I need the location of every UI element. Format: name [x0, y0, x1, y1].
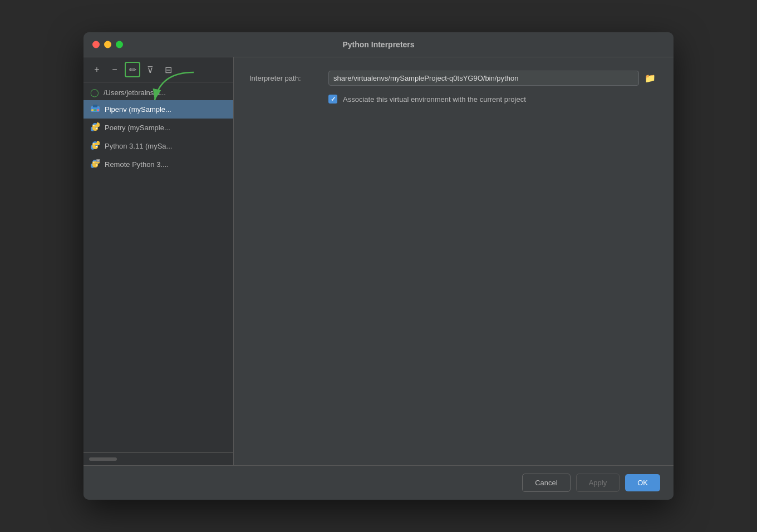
interpreter-list: ◯ /Users/jetbrains/a... Pipenv (mySamp — [83, 82, 233, 452]
svg-point-5 — [97, 109, 99, 111]
traffic-lights — [92, 41, 123, 48]
sidebar-scrollbar-area — [83, 452, 233, 465]
sidebar-item-pipenv[interactable]: Pipenv (mySample... — [83, 100, 233, 119]
svg-rect-2 — [93, 105, 97, 107]
sidebar-item-label: Python 3.11 (mySa... — [105, 142, 172, 150]
ok-button[interactable]: OK — [625, 474, 660, 491]
svg-point-9 — [96, 146, 97, 147]
sidebar-toolbar: + − ✏ ⊽ ⊟ — [83, 57, 233, 82]
dialog-title: Python Interpreters — [342, 40, 414, 49]
associate-checkbox-row: ✓ Associate this virtual environment wit… — [249, 95, 658, 104]
apply-button[interactable]: Apply — [576, 474, 620, 492]
svg-point-11 — [96, 165, 97, 166]
horizontal-scrollbar[interactable] — [89, 457, 117, 461]
svg-point-7 — [96, 128, 97, 129]
interpreter-path-row: Interpreter path: 📁 — [249, 71, 658, 86]
title-bar: Python Interpreters — [83, 32, 674, 57]
sidebar-item-label: Poetry (mySample... — [105, 124, 170, 132]
filter-icon: ⊽ — [147, 65, 154, 75]
filter-button[interactable]: ⊽ — [142, 62, 158, 77]
svg-point-6 — [94, 125, 95, 126]
dialog-footer: Cancel Apply OK — [83, 465, 674, 500]
tree-view-button[interactable]: ⊟ — [160, 62, 176, 77]
svg-point-4 — [94, 109, 96, 111]
plus-icon: + — [94, 65, 99, 75]
browse-folder-button[interactable]: 📁 — [642, 72, 658, 85]
sidebar-item-label: Remote Python 3.... — [105, 160, 169, 169]
interpreter-path-label: Interpreter path: — [249, 74, 322, 82]
tree-icon: ⊟ — [165, 65, 172, 75]
svg-rect-12 — [96, 159, 100, 162]
python-icon — [90, 140, 100, 152]
minimize-button[interactable] — [104, 41, 111, 48]
checkmark-icon: ✓ — [331, 96, 336, 103]
edit-interpreter-button[interactable]: ✏ — [125, 62, 140, 77]
svg-point-10 — [94, 162, 95, 163]
interpreter-path-input-wrapper: 📁 — [328, 71, 658, 86]
sidebar-item-remote[interactable]: Remote Python 3.... — [83, 155, 233, 174]
maximize-button[interactable] — [116, 41, 123, 48]
sidebar-item-jetbrains[interactable]: ◯ /Users/jetbrains/a... — [83, 85, 233, 100]
minus-icon: − — [112, 65, 117, 75]
svg-point-8 — [94, 144, 95, 145]
close-button[interactable] — [92, 41, 100, 48]
python-icon — [90, 122, 100, 134]
sidebar-item-label: /Users/jetbrains/a... — [104, 88, 166, 97]
svg-point-3 — [91, 109, 94, 111]
sidebar: + − ✏ ⊽ ⊟ ◯ /Users/jetbrain — [83, 57, 234, 465]
remove-interpreter-button[interactable]: − — [107, 62, 122, 77]
sidebar-item-python311[interactable]: Python 3.11 (mySa... — [83, 137, 233, 155]
pencil-icon: ✏ — [129, 65, 136, 75]
interpreter-path-input[interactable] — [328, 71, 639, 86]
circle-icon: ◯ — [90, 88, 99, 97]
sidebar-item-label: Pipenv (mySample... — [105, 105, 171, 114]
right-panel: Interpreter path: 📁 ✓ Associate this vir… — [234, 57, 674, 465]
add-interpreter-button[interactable]: + — [89, 62, 105, 77]
associate-checkbox[interactable]: ✓ — [328, 95, 337, 104]
pipenv-icon — [90, 104, 100, 115]
cancel-button[interactable]: Cancel — [522, 474, 570, 492]
remote-python-icon — [90, 159, 100, 170]
sidebar-item-poetry[interactable]: Poetry (mySample... — [83, 119, 233, 137]
main-content: + − ✏ ⊽ ⊟ ◯ /Users/jetbrain — [83, 57, 674, 465]
folder-icon: 📁 — [645, 73, 656, 83]
python-interpreters-dialog: Python Interpreters + − ✏ ⊽ ⊟ — [83, 32, 674, 500]
associate-label: Associate this virtual environment with … — [343, 95, 526, 104]
